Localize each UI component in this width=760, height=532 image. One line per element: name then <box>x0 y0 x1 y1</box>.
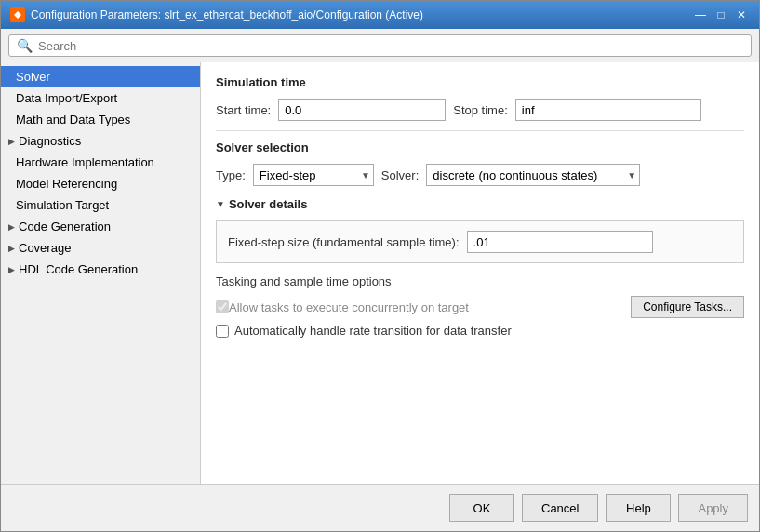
window-title: Configuration Parameters: slrt_ex_etherc… <box>31 8 423 21</box>
search-wrapper: 🔍 <box>8 34 752 57</box>
solver-selection-section-title: Solver selection <box>216 140 744 154</box>
sidebar-item-label: HDL Code Generation <box>19 262 138 276</box>
section-divider <box>216 130 744 131</box>
maximize-button[interactable]: □ <box>713 7 729 23</box>
app-icon <box>10 7 25 22</box>
title-bar: Configuration Parameters: slrt_ex_etherc… <box>1 1 759 29</box>
type-select[interactable]: Fixed-step Variable-step <box>253 164 374 186</box>
sidebar-item-label: Solver <box>16 70 50 84</box>
expand-arrow-icon: ▶ <box>8 265 15 274</box>
allow-tasks-configure-row: Allow tasks to execute concurrently on t… <box>216 296 744 318</box>
configure-tasks-button[interactable]: Configure Tasks... <box>631 296 744 318</box>
minimize-button[interactable]: — <box>692 7 709 23</box>
fixed-step-input[interactable] <box>467 231 653 253</box>
sidebar-item-coverage[interactable]: ▶ Coverage <box>1 237 200 259</box>
auto-handle-row: Automatically handle rate transition for… <box>216 324 744 338</box>
sidebar-item-solver[interactable]: Solver <box>1 66 200 87</box>
auto-handle-label: Automatically handle rate transition for… <box>234 324 512 338</box>
sidebar-item-hardware-implementation[interactable]: Hardware Implementation <box>1 152 200 173</box>
content-area: Simulation time Start time: Stop time: S… <box>201 62 759 484</box>
solver-selection-row: Type: Fixed-step Variable-step ▼ Solver:… <box>216 164 744 186</box>
solver-select-wrapper: discrete (no continuous states) ode1 (Eu… <box>426 164 640 186</box>
expand-arrow-icon: ▶ <box>8 222 15 232</box>
sidebar-item-label: Model Referencing <box>16 177 117 191</box>
sidebar-item-hdl-code-generation[interactable]: ▶ HDL Code Generation <box>1 259 200 280</box>
simulation-time-row: Start time: Stop time: <box>216 99 744 121</box>
sidebar-item-code-generation[interactable]: ▶ Code Generation <box>1 216 200 237</box>
start-time-input[interactable] <box>278 99 446 121</box>
stop-time-label: Stop time: <box>453 103 508 117</box>
type-label: Type: <box>216 168 246 182</box>
solver-details-box: Fixed-step size (fundamental sample time… <box>216 220 744 263</box>
search-icon: 🔍 <box>17 38 33 53</box>
sidebar-item-math-data-types[interactable]: Math and Data Types <box>1 109 200 130</box>
cancel-button[interactable]: Cancel <box>522 494 598 522</box>
stop-time-input[interactable] <box>515 99 701 121</box>
expand-arrow-icon: ▶ <box>8 137 15 146</box>
footer: OK Cancel Help Apply <box>1 484 759 531</box>
sidebar-item-simulation-target[interactable]: Simulation Target <box>1 194 200 216</box>
main-content: Solver Data Import/Export Math and Data … <box>1 62 759 484</box>
sidebar-item-label: Simulation Target <box>16 198 109 212</box>
allow-tasks-row: Allow tasks to execute concurrently on t… <box>216 296 744 318</box>
simulation-time-section-title: Simulation time <box>216 75 744 89</box>
sidebar-item-label: Math and Data Types <box>16 113 130 126</box>
collapse-arrow-icon[interactable]: ▼ <box>216 199 225 209</box>
sidebar: Solver Data Import/Export Math and Data … <box>1 62 201 484</box>
tasking-title: Tasking and sample time options <box>216 274 744 288</box>
search-bar: 🔍 <box>1 29 759 62</box>
apply-button[interactable]: Apply <box>678 494 748 522</box>
sidebar-item-label: Hardware Implementation <box>16 155 154 169</box>
start-time-label: Start time: <box>216 103 271 117</box>
solver-details-title: Solver details <box>229 197 308 211</box>
sidebar-item-label: Data Import/Export <box>16 91 117 105</box>
ok-button[interactable]: OK <box>449 494 514 522</box>
sidebar-item-label: Code Generation <box>19 219 111 233</box>
fixed-step-label: Fixed-step size (fundamental sample time… <box>228 235 460 249</box>
sidebar-item-label: Coverage <box>19 241 71 255</box>
title-bar-left: Configuration Parameters: slrt_ex_etherc… <box>10 7 423 22</box>
search-input[interactable] <box>38 39 743 53</box>
solver-details-header: ▼ Solver details <box>216 197 744 211</box>
title-bar-buttons: — □ ✕ <box>692 7 750 23</box>
solver-label: Solver: <box>381 168 419 182</box>
solver-details-section: ▼ Solver details Fixed-step size (fundam… <box>216 197 744 338</box>
type-select-wrapper: Fixed-step Variable-step ▼ <box>253 164 374 186</box>
auto-handle-checkbox[interactable] <box>216 325 229 338</box>
close-button[interactable]: ✕ <box>733 7 750 23</box>
tasking-section: Tasking and sample time options Allow ta… <box>216 274 744 338</box>
solver-select[interactable]: discrete (no continuous states) ode1 (Eu… <box>426 164 640 186</box>
allow-tasks-checkbox[interactable] <box>216 300 229 313</box>
sidebar-item-label: Diagnostics <box>19 134 81 148</box>
fixed-step-row: Fixed-step size (fundamental sample time… <box>228 231 732 253</box>
sidebar-item-data-import-export[interactable]: Data Import/Export <box>1 87 200 109</box>
main-window: Configuration Parameters: slrt_ex_etherc… <box>0 0 760 532</box>
allow-tasks-label: Allow tasks to execute concurrently on t… <box>229 300 469 314</box>
sidebar-item-model-referencing[interactable]: Model Referencing <box>1 173 200 194</box>
expand-arrow-icon: ▶ <box>8 244 15 253</box>
help-button[interactable]: Help <box>606 494 671 522</box>
sidebar-item-diagnostics[interactable]: ▶ Diagnostics <box>1 130 200 152</box>
